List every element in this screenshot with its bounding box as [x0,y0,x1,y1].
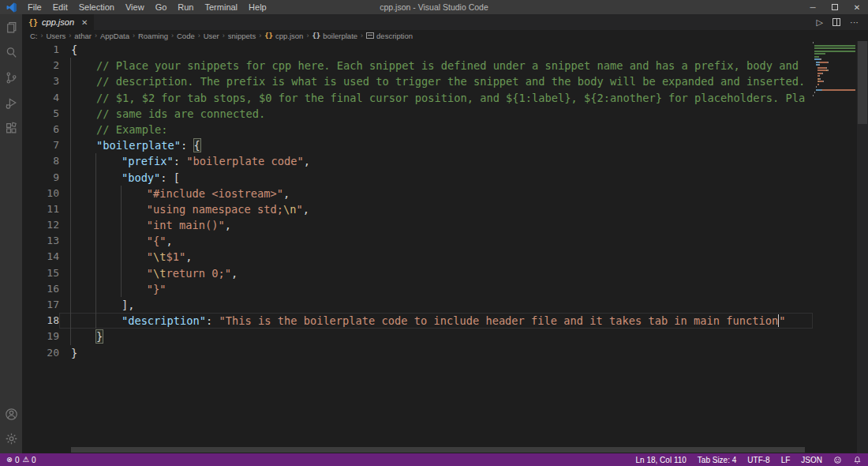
line-number[interactable]: 14 [22,249,59,265]
notifications-bell-icon[interactable] [853,456,862,464]
settings-gear-icon[interactable] [5,432,18,445]
breadcrumb-item-cpp-json[interactable]: {}cpp.json [264,32,303,40]
line-number[interactable]: 9 [22,170,59,186]
run-file-icon[interactable]: ▷ [817,17,823,28]
tab-size-indicator[interactable]: Tab Size: 4 [698,456,736,464]
close-window-button[interactable]: ✕ [846,0,868,14]
code-text[interactable]: // $1, $2 for tab stops, $0 for the fina… [59,90,813,106]
code-text[interactable]: "description": "This is the boilerplate … [59,313,813,329]
code-line-4[interactable]: 4// $1, $2 for tab stops, $0 for the fin… [22,90,813,106]
code-text[interactable]: // same ids are connected. [59,106,813,122]
code-text[interactable]: } [59,345,813,361]
code-text[interactable]: } [59,329,813,344]
code-line-20[interactable]: 20} [22,345,813,361]
tab-close-icon[interactable]: ✕ [81,18,88,27]
maximize-button[interactable] [824,0,846,14]
code-line-12[interactable]: 12"int main()", [22,217,813,233]
code-text[interactable]: ], [59,297,813,313]
code-line-16[interactable]: 16"}" [22,281,813,297]
code-line-7[interactable]: 7"boilerplate": { [22,137,813,153]
menu-item-file[interactable]: File [22,0,47,14]
line-number[interactable]: 12 [22,217,59,233]
menu-item-selection[interactable]: Selection [73,0,120,14]
breadcrumb-item-user[interactable]: User [204,32,219,40]
breadcrumb-item-athar[interactable]: athar [74,32,92,40]
feedback-icon[interactable] [833,456,842,464]
breadcrumb-item-code[interactable]: Code [177,32,195,40]
menu-item-help[interactable]: Help [243,0,272,14]
problems-warnings[interactable]: ⚠ 0 [23,456,36,464]
language-mode[interactable]: JSON [801,456,822,464]
explorer-icon[interactable] [5,21,18,34]
code-line-3[interactable]: 3// description. The prefix is what is u… [22,73,813,89]
source-control-icon[interactable] [5,71,18,85]
code-text[interactable]: // Example: [59,122,813,137]
code-text[interactable]: "boilerplate": { [59,137,813,153]
menu-item-go[interactable]: Go [150,0,173,14]
code-line-13[interactable]: 13"{", [22,233,813,249]
line-number[interactable]: 17 [22,297,59,313]
code-text[interactable]: "}" [59,281,813,297]
code-line-18[interactable]: 18"description": "This is the boilerplat… [22,313,813,329]
line-number[interactable]: 3 [22,73,59,89]
line-number[interactable]: 19 [22,329,59,344]
code-text[interactable]: "\t$1", [59,249,813,265]
code-line-10[interactable]: 10"#include <iostream>", [22,186,813,201]
line-number[interactable]: 6 [22,122,59,137]
more-actions-icon[interactable]: ··· [850,17,859,27]
line-number[interactable]: 10 [22,186,59,201]
eol-indicator[interactable]: LF [781,456,791,464]
code-line-14[interactable]: 14"\t$1", [22,249,813,265]
code-text[interactable]: "prefix": "boilerplate code", [59,153,813,169]
menu-item-terminal[interactable]: Terminal [200,0,244,14]
line-number[interactable]: 15 [22,265,59,281]
line-number[interactable]: 8 [22,153,59,169]
code-text[interactable]: // description. The prefix is what is us… [59,73,813,89]
code-line-6[interactable]: 6// Example: [22,122,813,137]
code-line-2[interactable]: 2// Place your snippets for cpp here. Ea… [22,58,813,73]
tab-cpp-json[interactable]: {} cpp.json ✕ [22,14,94,30]
extensions-icon[interactable] [5,122,18,135]
vertical-scrollbar[interactable] [857,41,868,453]
line-number[interactable]: 20 [22,345,59,361]
code-line-9[interactable]: 9"body": [ [22,170,813,186]
breadcrumb-item-snippets[interactable]: snippets [228,32,256,40]
minimize-button[interactable]: ─ [802,0,824,14]
line-number[interactable]: 1 [22,42,59,58]
code-text[interactable]: // Place your snippets for cpp here. Eac… [59,58,813,73]
account-icon[interactable] [5,408,18,421]
breadcrumb-item-c-[interactable]: C: [30,32,38,40]
code-text[interactable]: "{", [59,233,813,249]
editor[interactable]: 1{2// Place your snippets for cpp here. … [22,41,868,453]
horizontal-scrollbar[interactable] [71,447,805,453]
encoding-indicator[interactable]: UTF-8 [747,456,769,464]
code-line-8[interactable]: 8"prefix": "boilerplate code", [22,153,813,169]
code-text[interactable]: "body": [ [59,170,813,186]
code-text[interactable]: "int main()", [59,217,813,233]
minimap[interactable] [813,42,857,453]
breadcrumb-item-boilerplate[interactable]: {}boilerplate [312,32,357,40]
line-number[interactable]: 5 [22,106,59,122]
line-number[interactable]: 2 [22,58,59,73]
line-number[interactable]: 11 [22,201,59,217]
code-line-17[interactable]: 17], [22,297,813,313]
line-number[interactable]: 13 [22,233,59,249]
code-line-11[interactable]: 11"using namespace std;\n", [22,201,813,217]
breadcrumb-item-description[interactable]: description [366,32,413,40]
breadcrumb-item-roaming[interactable]: Roaming [138,32,168,40]
code-line-5[interactable]: 5// same ids are connected. [22,106,813,122]
code-text[interactable]: { [59,42,813,58]
breadcrumb-item-users[interactable]: Users [47,32,66,40]
line-number[interactable]: 4 [22,90,59,106]
line-number[interactable]: 18 [22,313,59,329]
menu-item-edit[interactable]: Edit [47,0,73,14]
line-number[interactable]: 7 [22,137,59,153]
code-text[interactable]: "using namespace std;\n", [59,201,813,217]
menu-item-run[interactable]: Run [172,0,199,14]
search-icon[interactable] [5,46,18,59]
split-editor-icon[interactable] [832,18,840,26]
problems-errors[interactable]: ⊗ 0 [6,456,20,464]
run-debug-icon[interactable] [5,96,18,110]
menu-item-view[interactable]: View [120,0,150,14]
code-line-1[interactable]: 1{ [22,42,813,58]
